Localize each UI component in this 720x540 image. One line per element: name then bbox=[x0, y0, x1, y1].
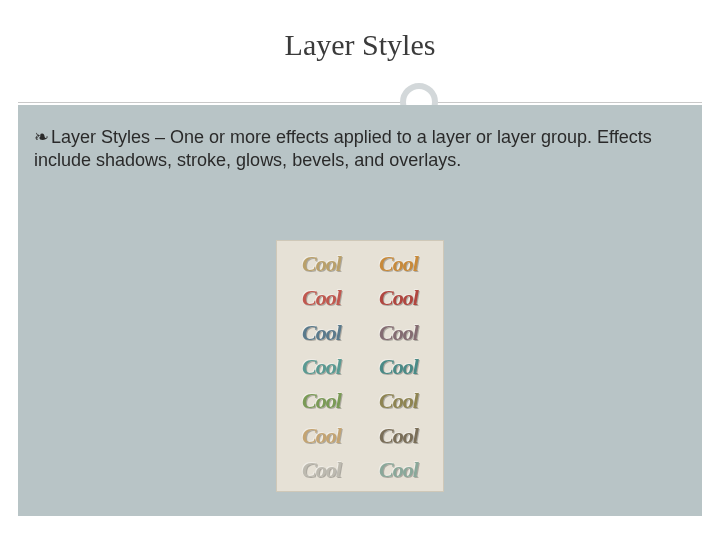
bullet-icon: ❧ bbox=[34, 127, 49, 147]
cool-text: Cool bbox=[364, 420, 433, 450]
slide: Layer Styles ❧Layer Styles – One or more… bbox=[0, 0, 720, 540]
cool-text: Cool bbox=[287, 318, 356, 348]
cool-text: Cool bbox=[364, 352, 433, 382]
example-image: CoolCoolCoolCoolCoolCoolCoolCoolCoolCool… bbox=[276, 240, 444, 492]
cool-text: Cool bbox=[287, 420, 356, 450]
divider-line bbox=[18, 102, 702, 103]
cool-text: Cool bbox=[287, 249, 356, 279]
body-text: Layer Styles – One or more effects appli… bbox=[34, 127, 652, 170]
title-row: Layer Styles bbox=[0, 28, 720, 62]
body-paragraph: ❧Layer Styles – One or more effects appl… bbox=[34, 126, 678, 173]
cool-text: Cool bbox=[364, 386, 433, 416]
cool-text: Cool bbox=[287, 386, 356, 416]
cool-text: Cool bbox=[287, 455, 356, 485]
slide-title: Layer Styles bbox=[285, 28, 436, 61]
cool-text: Cool bbox=[364, 318, 433, 348]
cool-text: Cool bbox=[287, 352, 356, 382]
cool-text: Cool bbox=[287, 283, 356, 313]
cool-text: Cool bbox=[364, 455, 433, 485]
cool-text: Cool bbox=[364, 249, 433, 279]
cool-text: Cool bbox=[364, 283, 433, 313]
